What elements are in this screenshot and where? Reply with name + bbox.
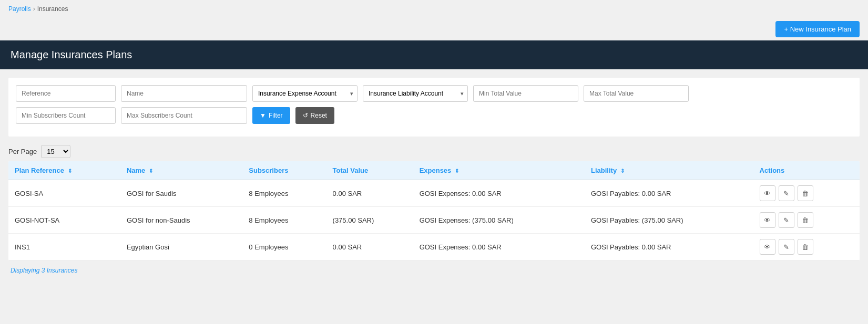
cell-plan_reference: GOSI-NOT-SA	[8, 207, 120, 234]
actions-cell: 👁 ✎ 🗑	[760, 239, 853, 255]
col-name[interactable]: Name ⇕	[120, 161, 242, 180]
insurance-plans-table: Plan Reference ⇕ Name ⇕ Subscribers Tota…	[8, 161, 860, 260]
filter-button-label: Filter	[269, 112, 283, 119]
cell-total_value: 0.00 SAR	[326, 180, 413, 207]
breadcrumb-separator: ›	[33, 5, 35, 13]
col-subscribers: Subscribers	[242, 161, 326, 180]
cell-name: GOSI for Saudis	[120, 180, 242, 207]
col-total-value: Total Value	[326, 161, 413, 180]
reset-button-label: Reset	[311, 112, 327, 119]
col-actions-label: Actions	[760, 166, 785, 174]
min-subscribers-input[interactable]	[16, 107, 116, 124]
cell-actions: 👁 ✎ 🗑	[753, 234, 860, 260]
view-button[interactable]: 👁	[760, 239, 775, 255]
filters-panel: Insurance Expense Account Insurance Liab…	[8, 78, 860, 137]
per-page-select[interactable]: 15 30 50 100	[41, 145, 70, 158]
reference-input[interactable]	[16, 85, 116, 102]
eye-icon: 👁	[764, 216, 771, 224]
name-input[interactable]	[121, 85, 247, 102]
cell-name: GOSI for non-Saudis	[120, 207, 242, 234]
sort-icon-liability: ⇕	[620, 168, 625, 174]
col-liability-label: Liability	[591, 166, 617, 174]
top-bar: + New Insurance Plan	[0, 18, 868, 40]
cell-subscribers: 0 Employees	[242, 234, 326, 260]
col-liability[interactable]: Liability ⇕	[585, 161, 753, 180]
col-expenses[interactable]: Expenses ⇕	[413, 161, 585, 180]
min-total-value-input[interactable]	[473, 85, 578, 102]
filter-button[interactable]: ▼ Filter	[252, 107, 290, 124]
trash-icon: 🗑	[802, 216, 809, 224]
cell-expenses: GOSI Expenses: (375.00 SAR)	[413, 207, 585, 234]
filter-row-1: Insurance Expense Account Insurance Liab…	[16, 85, 852, 102]
max-total-value-input[interactable]	[584, 85, 689, 102]
cell-expenses: GOSI Expenses: 0.00 SAR	[413, 180, 585, 207]
per-page-control: Per Page 15 30 50 100	[8, 142, 860, 161]
cell-total_value: 0.00 SAR	[326, 234, 413, 260]
max-subscribers-input[interactable]	[121, 107, 247, 124]
cell-plan_reference: INS1	[8, 234, 120, 260]
eye-icon: 👁	[764, 243, 771, 251]
cell-expenses: GOSI Expenses: 0.00 SAR	[413, 234, 585, 260]
reset-icon: ↺	[303, 112, 308, 119]
table-row: GOSI-SAGOSI for Saudis8 Employees0.00 SA…	[8, 180, 860, 207]
sort-icon-name: ⇕	[149, 168, 153, 174]
table-header-row: Plan Reference ⇕ Name ⇕ Subscribers Tota…	[8, 161, 860, 180]
cell-plan_reference: GOSI-SA	[8, 180, 120, 207]
cell-subscribers: 8 Employees	[242, 180, 326, 207]
cell-actions: 👁 ✎ 🗑	[753, 180, 860, 207]
col-plan-reference-label: Plan Reference	[15, 166, 64, 174]
filter-icon: ▼	[260, 112, 266, 119]
delete-button[interactable]: 🗑	[798, 185, 813, 201]
edit-icon: ✎	[783, 190, 789, 197]
cell-liability: GOSI Payables: (375.00 SAR)	[585, 207, 753, 234]
col-plan-reference[interactable]: Plan Reference ⇕	[8, 161, 120, 180]
liability-account-wrapper: Insurance Liability Account	[363, 85, 468, 102]
liability-account-select[interactable]: Insurance Liability Account	[363, 85, 468, 102]
col-subscribers-label: Subscribers	[249, 166, 288, 174]
cell-actions: 👁 ✎ 🗑	[753, 207, 860, 234]
view-button[interactable]: 👁	[760, 212, 775, 228]
new-insurance-plan-button[interactable]: + New Insurance Plan	[775, 21, 860, 37]
expense-account-wrapper: Insurance Expense Account	[252, 85, 358, 102]
eye-icon: 👁	[764, 190, 771, 197]
actions-cell: 👁 ✎ 🗑	[760, 212, 853, 228]
main-content: Insurance Expense Account Insurance Liab…	[0, 69, 868, 289]
col-expenses-label: Expenses	[420, 166, 452, 174]
page-title: Manage Insurances Plans	[11, 49, 857, 61]
reset-button[interactable]: ↺ Reset	[295, 107, 334, 124]
cell-name: Egyptian Gosi	[120, 234, 242, 260]
cell-total_value: (375.00 SAR)	[326, 207, 413, 234]
view-button[interactable]: 👁	[760, 185, 775, 201]
expense-account-select[interactable]: Insurance Expense Account	[252, 85, 358, 102]
edit-icon: ✎	[783, 243, 789, 251]
cell-liability: GOSI Payables: 0.00 SAR	[585, 234, 753, 260]
breadcrumb-current: Insurances	[37, 5, 68, 13]
edit-button[interactable]: ✎	[779, 212, 794, 228]
delete-button[interactable]: 🗑	[798, 239, 813, 255]
col-actions: Actions	[753, 161, 860, 180]
table-row: GOSI-NOT-SAGOSI for non-Saudis8 Employee…	[8, 207, 860, 234]
cell-liability: GOSI Payables: 0.00 SAR	[585, 180, 753, 207]
insurance-plans-table-container: Plan Reference ⇕ Name ⇕ Subscribers Tota…	[8, 161, 860, 260]
breadcrumb-parent-link[interactable]: Payrolls	[8, 5, 31, 13]
actions-cell: 👁 ✎ 🗑	[760, 185, 853, 201]
edit-button[interactable]: ✎	[779, 185, 794, 201]
filter-row-2: ▼ Filter ↺ Reset	[16, 107, 852, 124]
cell-subscribers: 8 Employees	[242, 207, 326, 234]
per-page-label: Per Page	[8, 148, 37, 155]
trash-icon: 🗑	[802, 190, 809, 197]
col-name-label: Name	[127, 166, 145, 174]
col-total-value-label: Total Value	[333, 166, 369, 174]
footer-display-text: Displaying 3 Insurances	[8, 260, 860, 280]
page-header: Manage Insurances Plans	[0, 40, 868, 69]
delete-button[interactable]: 🗑	[798, 212, 813, 228]
edit-icon: ✎	[783, 216, 789, 224]
table-row: INS1Egyptian Gosi0 Employees0.00 SARGOSI…	[8, 234, 860, 260]
sort-icon-expenses: ⇕	[455, 168, 459, 174]
breadcrumb: Payrolls › Insurances	[0, 0, 868, 18]
edit-button[interactable]: ✎	[779, 239, 794, 255]
trash-icon: 🗑	[802, 243, 809, 251]
sort-icon-plan-reference: ⇕	[68, 168, 72, 174]
